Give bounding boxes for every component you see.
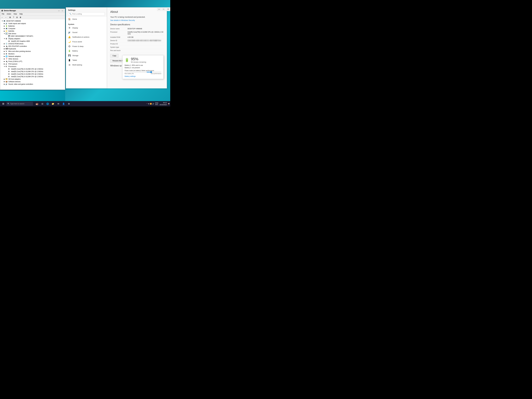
tree-toggle-dellutils[interactable]: ▶	[3, 30, 6, 32]
tree-toggle-root[interactable]: ▼	[1, 20, 3, 22]
copy-button[interactable]: Copy	[110, 54, 119, 57]
taskbar-volume-icon[interactable]: 🔊	[152, 103, 154, 105]
help-menu[interactable]: Help	[18, 13, 24, 15]
power-mode-slider-track[interactable]	[125, 72, 161, 72]
tree-item-cpu4[interactable]: ⚙ Intel(R) Core(TM) i3-3120M CPU @ 2.50G…	[0, 75, 65, 78]
tree-toggle-mice[interactable]: ▶	[3, 51, 6, 52]
tree-item-software[interactable]: ▶ 📦 Software devices	[0, 80, 65, 83]
main-maximize-button[interactable]: □	[161, 7, 166, 11]
taskbar-screen-icon[interactable]: 🖥	[148, 103, 149, 105]
power-mode-slider-thumb[interactable]	[150, 71, 152, 73]
tree-toggle-network[interactable]: ▶	[3, 56, 6, 57]
action-menu[interactable]: Action	[6, 13, 12, 15]
file-menu[interactable]: File	[1, 13, 5, 15]
tree-item-wdc[interactable]: 💾 WDC WD3200BEKT-75PVMT1	[0, 35, 65, 37]
tree-toggle-audio[interactable]: ▶	[3, 23, 6, 24]
maximize-button[interactable]: □	[61, 9, 64, 12]
security-link[interactable]: See details in Windows Security	[110, 19, 135, 21]
tree-item-sound[interactable]: ▶ 🔊 Sound, video and game controllers	[0, 83, 65, 85]
settings-item-tablet[interactable]: 📱 Tablet	[66, 58, 107, 63]
tree-label-batteries: Batteries	[8, 25, 15, 27]
tree-toggle-computer[interactable]: ▶	[3, 28, 6, 29]
tree-toggle-sdhost[interactable]: ▶	[3, 78, 6, 80]
tree-toggle-software[interactable]: ▶	[3, 81, 6, 82]
tree-toggle-batteries[interactable]: ▶	[3, 25, 6, 27]
taskbar-clock[interactable]: 06:22 15/10/2023	[159, 102, 167, 106]
taskbar-people-icon[interactable]: 👤	[61, 101, 66, 106]
tree-toggle-keyboards[interactable]: ▶	[3, 48, 6, 50]
tree-toggle-dvd[interactable]: ▶	[3, 43, 6, 44]
taskbar-edge-icon[interactable]: 🌐	[45, 101, 50, 106]
minimize-button[interactable]: —	[57, 9, 61, 12]
spec-label-system-type: System type	[110, 46, 127, 48]
battery-percent: 95%	[131, 57, 146, 61]
tree-toggle-diskdrives[interactable]: ▼	[3, 33, 6, 34]
settings-item-focus[interactable]: 🌙 Focus assist	[66, 39, 107, 44]
update-button[interactable]: ⊟	[15, 16, 19, 19]
battery-settings-link[interactable]: Battery settings	[125, 76, 161, 77]
tree-toggle-ports[interactable]: ▶	[3, 61, 6, 62]
tree-item-displayadapters[interactable]: ▼ 🖥 Display adapters	[0, 37, 65, 40]
taskbar-explorer-icon[interactable]: 📁	[51, 101, 55, 106]
taskbar-notification-icon[interactable]: 📢	[168, 103, 170, 105]
tree-item-ports[interactable]: ▶ 🔌 Ports (COM & LPT)	[0, 60, 65, 63]
window-controls: — □	[57, 9, 64, 12]
tree-item-cpu3[interactable]: ⚙ Intel(R) Core(TM) i3-3120M CPU @ 2.50G…	[0, 73, 65, 75]
tree-item-keyboards[interactable]: ▶ ⌨ Keyboards	[0, 47, 65, 50]
tree-item-cpu2[interactable]: ⚙ Intel(R) Core(TM) i3-3120M CPU @ 2.50G…	[0, 70, 65, 73]
tree-item-dellutils[interactable]: ▶ 📁 DellUtils	[0, 30, 65, 32]
settings-home-item[interactable]: 🏠 Home	[66, 17, 107, 21]
tree-toggle-other[interactable]: ▶	[3, 58, 6, 60]
tree-toggle-sound[interactable]: ▶	[3, 83, 6, 85]
tree-item-print[interactable]: ▶ 🖨 Print queues	[0, 63, 65, 65]
settings-search-input[interactable]	[72, 13, 104, 15]
tree-root[interactable]: ▼ 💻 DESKTOP-V4M84I8	[0, 20, 65, 22]
start-button[interactable]: ⊞	[0, 101, 6, 106]
taskbar-search[interactable]: 🔍 Type here to search	[6, 102, 33, 106]
settings-search-bar[interactable]: 🔍	[68, 12, 105, 16]
taskbar-multitasking-icon[interactable]: ⊟	[40, 101, 45, 106]
taskbar-mail-icon[interactable]: ✉	[56, 101, 61, 106]
taskbar-network-icon[interactable]: 📶	[150, 103, 152, 105]
settings-item-multitasking[interactable]: ⊞ Multi-tasking	[66, 63, 107, 67]
back-button[interactable]: ←	[1, 16, 4, 19]
tree-item-audio[interactable]: ▶ 🔊 Audio inputs and outputs	[0, 22, 65, 25]
tree-item-network[interactable]: ▶ 🌐 Network adapters	[0, 55, 65, 57]
settings-item-display[interactable]: 🖥 Display	[66, 25, 107, 30]
main-close-button[interactable]: ✕	[166, 7, 170, 11]
settings-item-battery[interactable]: 🔋 Battery	[66, 49, 107, 53]
tree-item-ide[interactable]: ▶ 🔌 IDE ATA/ATAPI controllers	[0, 45, 65, 47]
tree-item-cpu1[interactable]: ⚙ Intel(R) Core(TM) i3-3120M CPU @ 2.50G…	[0, 68, 65, 70]
settings-item-notifications[interactable]: 🔔 Notifications & actions	[66, 35, 107, 39]
tree-toggle-ide[interactable]: ▶	[3, 45, 6, 47]
view-menu[interactable]: View	[13, 13, 18, 15]
tree-item-monitors[interactable]: ▶ 🖥 Monitors	[0, 52, 65, 55]
forward-button[interactable]: →	[4, 16, 7, 19]
tree-item-intelhd[interactable]: 🖥 Intel(R) HD Graphics 4000	[0, 40, 65, 42]
tree-toggle-print[interactable]: ▶	[3, 63, 6, 65]
computer-button[interactable]: 🖥	[19, 16, 22, 19]
taskbar-hedgehog-icon[interactable]: 🦔	[35, 101, 39, 106]
settings-system-header: System	[66, 22, 107, 25]
tree-item-computer[interactable]: ▶ 💻 Computer	[0, 27, 65, 30]
settings-item-power[interactable]: ⏻ Power & sleep	[66, 44, 107, 49]
tree-item-diskdrives[interactable]: ▼ 💽 Disk drives	[0, 32, 65, 35]
tree-toggle-displayadapters[interactable]: ▼	[3, 38, 6, 39]
tree-toggle-monitors[interactable]: ▶	[3, 53, 6, 55]
tree-item-processors[interactable]: ▼ ⚙ Processors	[0, 65, 65, 68]
main-minimize-button[interactable]: —	[157, 7, 161, 11]
help-toolbar-button[interactable]: ?	[12, 16, 15, 19]
tree-item-sdhost[interactable]: ▶ 💳 SD host adapters	[0, 78, 65, 80]
taskbar-settings-icon[interactable]: ⚙	[66, 101, 71, 106]
security-notice: Your PC is being monitored and protected…	[110, 16, 164, 19]
properties-button[interactable]: ⊞	[8, 16, 12, 19]
settings-item-storage[interactable]: 💾 Storage	[66, 53, 107, 58]
tree-toggle-processors[interactable]: ▼	[3, 66, 6, 67]
settings-item-sound[interactable]: 🔊 Sound	[66, 30, 107, 35]
tree-label-computer: Computer	[8, 28, 15, 30]
tree-item-dvd[interactable]: ▶ 💿 DVD/CD-ROM drives	[0, 42, 65, 45]
tree-item-batteries[interactable]: ▶ 🔋 Batteries	[0, 25, 65, 27]
taskbar-arrow-icon[interactable]: ^	[147, 103, 147, 105]
tree-item-other[interactable]: ▶ ❓ Other devices	[0, 57, 65, 60]
tree-item-mice[interactable]: ▶ 🖱 Mice and other pointing devices	[0, 50, 65, 52]
